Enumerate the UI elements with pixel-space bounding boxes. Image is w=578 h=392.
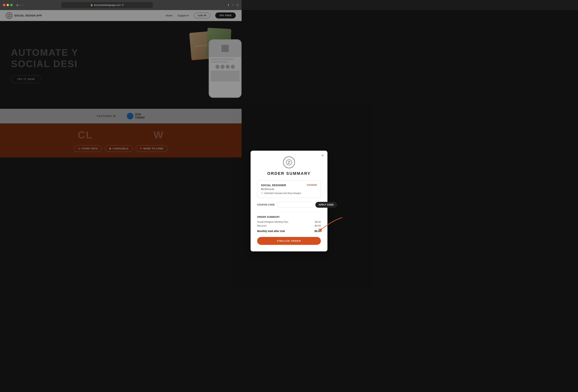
address-bar[interactable]: 🔒 test.photodesignapp.com ↻ [61, 2, 153, 8]
browser-actions: ⬆ + ⊡ [227, 3, 239, 7]
back-icon[interactable]: ‹ [20, 4, 21, 6]
reload-icon[interactable]: ↻ [122, 4, 124, 6]
window-toggle-icon[interactable]: ⊞ [16, 4, 18, 6]
new-tab-icon[interactable]: + [232, 3, 234, 7]
minimize-traffic-light[interactable] [6, 4, 9, 6]
tabs-icon[interactable]: ⊡ [236, 3, 239, 7]
forward-icon[interactable]: › [22, 4, 23, 6]
share-icon[interactable]: ⬆ [227, 3, 230, 7]
traffic-lights [3, 4, 13, 6]
url-text: test.photodesignapp.com [94, 4, 121, 6]
browser-chrome: ⊞ ‹ › 🔒 test.photodesignapp.com ↻ ⬆ + ⊡ [0, 0, 241, 10]
modal-overlay[interactable]: × ORDER SUMMARY SOCIAL DESIGNER CHANGE $… [0, 10, 241, 164]
close-traffic-light[interactable] [3, 4, 5, 6]
fullscreen-traffic-light[interactable] [10, 4, 13, 6]
browser-controls: ⊞ ‹ › [16, 4, 23, 6]
lock-icon: 🔒 [91, 4, 93, 6]
